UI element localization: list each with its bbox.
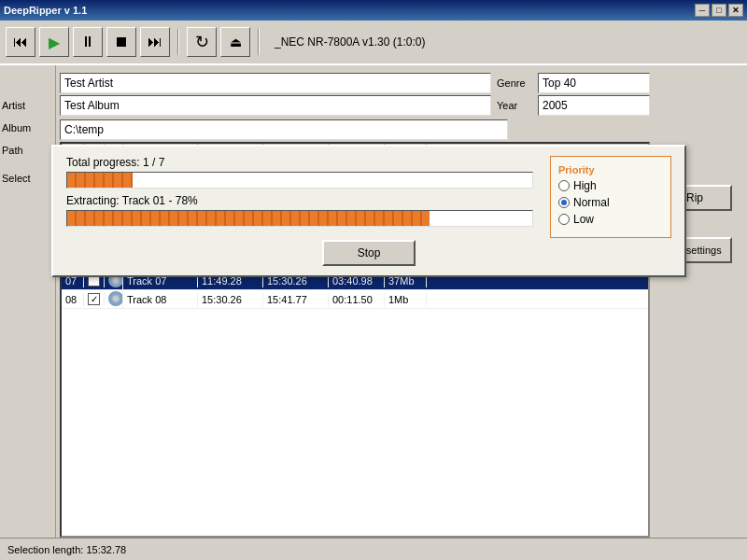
- album-label: Album: [2, 118, 53, 138]
- priority-high-option[interactable]: High: [558, 179, 663, 192]
- progress-dialog: Total progress: 1 / 7 Extracting: Track …: [51, 145, 686, 277]
- pause-button[interactable]: ⏸: [73, 27, 103, 57]
- cd-icon: [108, 291, 123, 306]
- row-checkbox[interactable]: [88, 293, 100, 305]
- close-button[interactable]: ✕: [728, 4, 743, 17]
- priority-low-label: Low: [573, 213, 594, 226]
- main-area: Artist Album Path Select Genre Year: [0, 65, 747, 538]
- total-progress-fill: [67, 173, 133, 188]
- extract-progress-bar: [66, 210, 533, 227]
- artist-row: Genre: [60, 73, 650, 93]
- album-input[interactable]: [60, 95, 491, 116]
- path-label: Path: [2, 140, 53, 161]
- eject-button[interactable]: ⏏: [220, 27, 250, 57]
- separator2: [258, 29, 260, 55]
- app-title: DeepRipper v 1.1: [4, 5, 87, 16]
- content-area: Genre Year № T Title Start End Length: [56, 65, 654, 538]
- maximize-button[interactable]: □: [712, 4, 726, 17]
- sidebar-labels: Artist Album Path Select: [0, 65, 56, 538]
- window-controls: ─ □ ✕: [695, 4, 743, 17]
- album-row: Year: [60, 95, 650, 116]
- rewind-button[interactable]: ⏮: [6, 27, 35, 57]
- priority-normal-option[interactable]: Normal: [558, 196, 663, 209]
- priority-high-radio[interactable]: [558, 180, 570, 191]
- separator: [177, 29, 179, 55]
- priority-title: Priority: [558, 164, 663, 175]
- minimize-button[interactable]: ─: [695, 4, 710, 17]
- stop-playback-button[interactable]: ⏹: [106, 27, 136, 57]
- select-label: Select: [2, 168, 53, 189]
- path-row: [56, 119, 654, 142]
- path-input[interactable]: [60, 119, 508, 140]
- genre-input[interactable]: [538, 73, 650, 93]
- selection-length: Selection length: 15:32.78: [7, 544, 126, 555]
- radio-selected-fill: [561, 200, 567, 205]
- right-panel: Rip Rip settings: [654, 65, 747, 538]
- form-area: Genre Year: [56, 65, 654, 119]
- total-progress-bar: [66, 172, 533, 189]
- toolbar: ⏮ ▶ ⏸ ⏹ ⏭ ↻ ⏏ _NEC NR-7800A v1.30 (1:0:0…: [0, 21, 747, 65]
- stop-button[interactable]: Stop: [322, 240, 416, 266]
- priority-normal-label: Normal: [573, 196, 610, 209]
- title-bar: DeepRipper v 1.1 ─ □ ✕: [0, 0, 747, 21]
- priority-low-radio[interactable]: [558, 214, 570, 225]
- fast-forward-button[interactable]: ⏭: [140, 27, 170, 57]
- year-label: Year: [497, 100, 532, 111]
- genre-label: Genre: [497, 77, 532, 89]
- priority-high-label: High: [573, 179, 597, 192]
- extract-progress-fill: [67, 211, 430, 226]
- status-bar: Selection length: 15:32.78: [0, 538, 747, 560]
- artist-input[interactable]: [60, 73, 491, 93]
- artist-label: Artist: [2, 95, 53, 116]
- play-button[interactable]: ▶: [39, 27, 69, 57]
- drive-label: _NEC NR-7800A v1.30 (1:0:0): [275, 35, 425, 49]
- table-row[interactable]: 08 Track 08 15:30.26 15:41.77 00:11.50 1…: [62, 290, 648, 309]
- year-input[interactable]: [538, 95, 650, 116]
- refresh-button[interactable]: ↻: [187, 27, 217, 57]
- priority-box: Priority High Normal Low: [550, 156, 671, 238]
- priority-normal-radio[interactable]: [558, 197, 570, 208]
- priority-low-option[interactable]: Low: [558, 213, 663, 226]
